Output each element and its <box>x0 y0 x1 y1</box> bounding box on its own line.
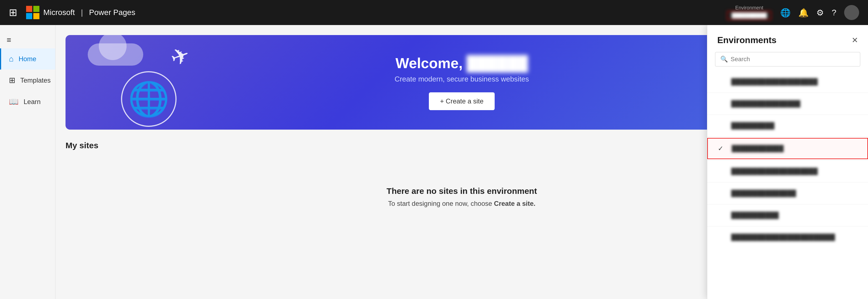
paper-plane-icon: ✈ <box>167 41 193 72</box>
env-search-icon: 🔍 <box>720 56 728 63</box>
env-list-item[interactable]: ████████████████████████ <box>707 227 868 247</box>
env-list-item[interactable]: ██████████ <box>707 116 868 135</box>
sidebar-item-home[interactable]: ⌂ Home <box>0 48 55 70</box>
globe-icon[interactable]: 🌐 <box>780 8 790 18</box>
env-list: ████████████████████ ████████████████ ██… <box>707 72 868 299</box>
env-name-8: ████████████████████████ <box>731 234 858 241</box>
env-check-4: ✓ <box>718 145 726 153</box>
environment-label: Environment <box>735 5 763 11</box>
no-sites-subtitle-bold: Create a site. <box>494 200 535 207</box>
topbar-icons: 🌐 🔔 ⚙ ? <box>780 5 859 20</box>
main-layout: ≡ ⌂ Home ⊞ Templates 📖 Learn 🌐 ✈ <box>0 25 868 299</box>
environment-value[interactable]: ██████████ <box>727 11 771 20</box>
hero-subtitle: Create modern, secure business websites <box>395 75 529 83</box>
sidebar-item-learn-label: Learn <box>24 98 40 106</box>
hero-title: Welcome, ██████ <box>395 55 529 72</box>
hero-content-block: Welcome, ██████ Create modern, secure bu… <box>395 55 529 110</box>
settings-icon[interactable]: ⚙ <box>816 8 824 18</box>
create-site-button[interactable]: + Create a site <box>429 92 495 110</box>
bell-icon[interactable]: 🔔 <box>798 8 809 18</box>
sidebar: ≡ ⌂ Home ⊞ Templates 📖 Learn <box>0 25 56 299</box>
env-name-5: ████████████████████ <box>731 168 858 175</box>
env-list-item-selected[interactable]: ✓ ████████████ <box>707 138 868 159</box>
microsoft-logo <box>26 6 39 19</box>
collapse-icon: ≡ <box>7 35 11 44</box>
env-search-input[interactable] <box>731 56 855 63</box>
hero-title-prefix: Welcome, <box>396 55 463 71</box>
app-name: | <box>81 8 83 17</box>
main-content: 🌐 ✈ Welcome, ██████ Create modern, secur… <box>56 25 868 299</box>
topbar: ⊞ Microsoft | Power Pages Environment ██… <box>0 0 868 25</box>
sidebar-item-learn[interactable]: 📖 Learn <box>0 91 55 112</box>
app-title: Power Pages <box>89 8 135 17</box>
learn-icon: 📖 <box>9 97 19 106</box>
env-list-item[interactable]: ███████████ <box>707 206 868 225</box>
env-list-item[interactable]: ████████████████ <box>707 94 868 113</box>
no-sites-subtitle-prefix: To start designing one now, choose <box>388 200 494 207</box>
env-list-item[interactable]: ███████████████ <box>707 184 868 203</box>
ms-logo-group: Microsoft | Power Pages <box>26 6 135 19</box>
env-name-4: ████████████ <box>732 145 858 152</box>
env-name-1: ████████████████████ <box>731 78 858 85</box>
env-name-6: ███████████████ <box>731 190 858 197</box>
env-divider-1 <box>707 92 868 93</box>
sidebar-item-templates[interactable]: ⊞ Templates <box>0 70 55 91</box>
environment-selector[interactable]: Environment ██████████ <box>727 5 771 20</box>
user-avatar[interactable] <box>844 5 859 20</box>
env-list-item[interactable]: ████████████████████ <box>707 162 868 181</box>
env-panel-title: Environments <box>717 35 776 45</box>
sidebar-item-home-label: Home <box>19 55 36 63</box>
env-list-item[interactable]: ████████████████████ <box>707 72 868 91</box>
help-icon[interactable]: ? <box>832 8 836 17</box>
sidebar-collapse-button[interactable]: ≡ <box>0 32 55 48</box>
home-icon: ⌂ <box>9 55 13 63</box>
env-divider-7 <box>707 226 868 226</box>
env-name-7: ███████████ <box>731 212 858 219</box>
env-search-box[interactable]: 🔍 <box>715 52 860 66</box>
env-name-3: ██████████ <box>731 122 858 129</box>
hero-username: ██████ <box>467 55 528 72</box>
env-divider-6 <box>707 204 868 205</box>
env-name-2: ████████████████ <box>731 100 858 107</box>
env-panel-header: Environments ✕ <box>707 25 868 52</box>
templates-icon: ⊞ <box>9 76 15 85</box>
globe-decoration: 🌐 <box>121 71 177 127</box>
sidebar-item-templates-label: Templates <box>20 77 51 84</box>
app-brand: Microsoft <box>43 8 75 17</box>
env-divider-5 <box>707 182 868 183</box>
cloud-1 <box>88 44 143 66</box>
env-panel-close-button[interactable]: ✕ <box>851 35 858 45</box>
waffle-icon[interactable]: ⊞ <box>9 7 17 18</box>
environments-panel: Environments ✕ 🔍 ████████████████████ ██… <box>707 25 868 299</box>
env-divider-4 <box>707 160 868 161</box>
